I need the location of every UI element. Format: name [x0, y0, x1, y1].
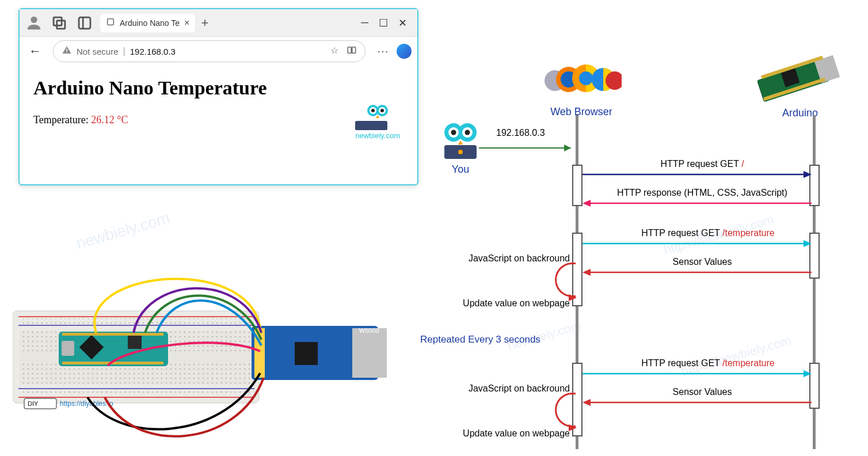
watermark: newbiely.com: [74, 209, 172, 253]
close-tab-icon[interactable]: ×: [184, 18, 189, 28]
back-icon[interactable]: ←: [25, 44, 45, 59]
workspaces-icon[interactable]: [50, 13, 69, 33]
svg-marker-63: [583, 200, 591, 207]
ip-text: 192.168.0.3: [496, 128, 545, 138]
diy-badge: DIY: [28, 400, 39, 407]
owl-icon: [366, 102, 389, 122]
url-text: 192.168.0.3: [130, 47, 176, 56]
svg-marker-65: [804, 240, 812, 247]
update-label-1: Update value on webpage: [426, 298, 570, 309]
msg-sensor-values-2: Sensor Values: [645, 387, 760, 397]
svg-marker-68: [569, 294, 577, 301]
newbiely-logo: newbiely.com: [355, 102, 400, 140]
activation-browser-1: [572, 165, 583, 206]
svg-rect-35: [295, 342, 318, 365]
tab-title: Arduino Nano Te: [120, 18, 180, 28]
svg-rect-3: [79, 17, 90, 29]
copilot-icon[interactable]: [397, 44, 412, 59]
laptop-icon: [355, 121, 387, 130]
svg-rect-26: [20, 389, 253, 396]
svg-marker-73: [569, 424, 577, 431]
svg-rect-7: [66, 52, 67, 53]
actor-you: You: [437, 121, 484, 176]
page-content: Arduino Nano Temperature Temperature: 26…: [20, 66, 417, 138]
favorite-icon[interactable]: ☆: [330, 45, 338, 58]
not-secure-label: Not secure: [77, 47, 119, 56]
browser-address-bar: ← Not secure | 192.168.0.3 ☆ ⋯: [20, 37, 417, 66]
svg-marker-59: [564, 145, 571, 151]
arduino-label: Arduino: [748, 107, 852, 119]
warning-icon: [62, 45, 72, 58]
svg-point-43: [465, 130, 470, 135]
temperature-reading: Temperature: 26.12 °C: [33, 114, 403, 126]
page-title: Arduino Nano Temperature: [33, 77, 403, 99]
breadboard-circuit: W5500 DIY https://diyables.io: [13, 271, 404, 443]
svg-rect-28: [62, 341, 74, 356]
svg-rect-8: [348, 47, 351, 54]
new-tab-icon[interactable]: +: [201, 16, 208, 31]
svg-rect-31: [62, 333, 163, 336]
browser-titlebar: Arduino Nano Te × + ─ ☐ ✕: [20, 9, 417, 37]
loop-arc-2: [555, 393, 576, 427]
js-background-label-1: JavaScript on backround: [432, 253, 570, 264]
newbiely-text: newbiely.com: [355, 131, 400, 140]
svg-point-15: [380, 109, 384, 112]
svg-point-45: [458, 150, 463, 154]
actor-arduino: Arduino: [748, 52, 852, 119]
temp-value: 26.12 °C: [91, 114, 128, 126]
msg-http-get-temp-1: HTTP request GET /temperature: [610, 228, 806, 238]
repeated-label: Repteated Every 3 seconds: [420, 334, 540, 345]
svg-point-50: [579, 71, 593, 85]
browser-window: Arduino Nano Te × + ─ ☐ ✕ ← Not secure |…: [18, 8, 418, 185]
sequence-diagram: You Web Browser Arduino: [414, 58, 863, 449]
svg-marker-72: [583, 399, 591, 406]
tab-favicon: [106, 17, 115, 29]
profile-icon[interactable]: [24, 13, 44, 33]
update-label-2: Update value on webpage: [426, 428, 570, 439]
vertical-tabs-icon[interactable]: [75, 13, 94, 33]
js-background-label-2: JavaScript on backround: [432, 383, 570, 394]
msg-http-response: HTTP response (HTML, CSS, JavaScript): [599, 188, 806, 198]
svg-point-0: [31, 16, 37, 22]
browser-label: Web Browser: [541, 106, 622, 118]
msg-http-get-temp-2: HTTP request GET /temperature: [610, 358, 806, 368]
ip-arrow: [479, 142, 578, 154]
msg-sensor-values-1: Sensor Values: [645, 257, 760, 267]
separator: |: [123, 46, 125, 56]
svg-rect-2: [57, 20, 65, 28]
address-input[interactable]: Not secure | 192.168.0.3 ☆: [53, 40, 366, 62]
svg-rect-34: [352, 328, 387, 378]
svg-marker-70: [804, 370, 812, 377]
more-icon[interactable]: ⋯: [377, 44, 389, 58]
svg-rect-9: [352, 47, 356, 54]
svg-point-42: [451, 130, 456, 135]
msg-http-get-root: HTTP request GET /: [622, 159, 783, 169]
you-label: You: [437, 164, 484, 176]
close-window-icon[interactable]: ✕: [398, 17, 407, 29]
svg-rect-30: [128, 335, 142, 349]
loop-arc-1: [555, 263, 576, 297]
svg-rect-5: [108, 18, 114, 25]
svg-marker-61: [804, 171, 812, 178]
svg-rect-6: [66, 49, 67, 52]
ethernet-chip-label: W5500: [359, 327, 379, 334]
actor-browser: Web Browser: [541, 58, 622, 118]
maximize-icon[interactable]: ☐: [379, 17, 388, 29]
minimize-icon[interactable]: ─: [361, 17, 368, 29]
window-controls: ─ ☐ ✕: [361, 17, 413, 29]
svg-marker-67: [583, 269, 591, 276]
split-screen-icon[interactable]: [347, 45, 357, 58]
svg-rect-1: [54, 17, 62, 25]
svg-point-14: [371, 109, 375, 112]
browser-tab[interactable]: Arduino Nano Te ×: [100, 14, 195, 32]
temp-label: Temperature:: [33, 114, 91, 126]
